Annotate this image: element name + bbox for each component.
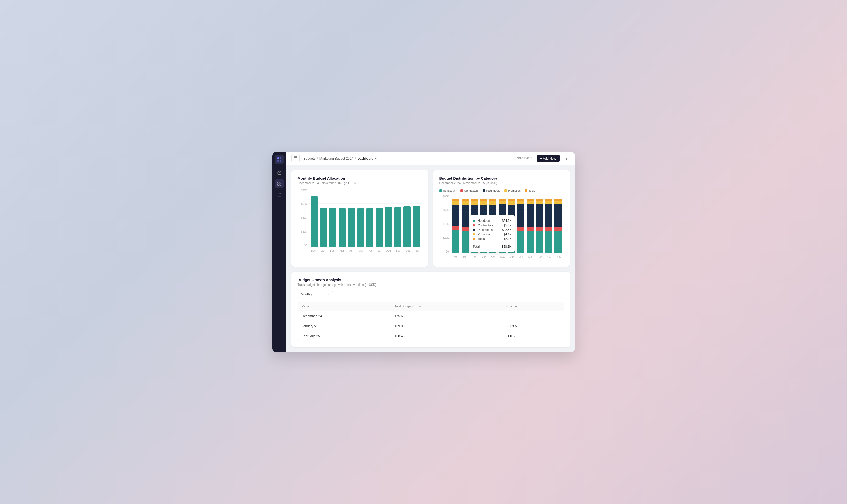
bar[interactable]	[320, 208, 327, 247]
stacked-segment	[462, 201, 469, 205]
cell-period: January '25	[298, 321, 391, 331]
bar[interactable]	[357, 208, 364, 247]
cell-period: February '25	[298, 331, 391, 341]
stacked-segment	[462, 199, 469, 201]
distribution-title: Budget Distribution by Category	[439, 176, 564, 180]
edited-label: Edited Dec 27	[515, 157, 533, 160]
growth-subtitle: Track budget changes and growth rates ov…	[298, 283, 564, 287]
bar[interactable]	[339, 208, 346, 247]
tooltip-headcount-row: Headcount $24.6K	[473, 218, 512, 223]
stacked-bar-group[interactable]	[517, 199, 525, 253]
bar[interactable]	[413, 206, 420, 247]
period-dropdown[interactable]: Monthly	[298, 291, 333, 298]
y-axis-labels: $0 $20K $40K $60K $80K	[298, 189, 308, 247]
x-label: Aug	[528, 255, 532, 258]
tooltip-contractors-dot	[473, 224, 475, 226]
x-label: Apr	[349, 250, 353, 252]
stacked-segment	[536, 227, 543, 231]
svg-rect-3	[280, 160, 281, 162]
breadcrumb-budgets[interactable]: Budgets	[304, 157, 316, 160]
x-label: Mar	[481, 255, 486, 258]
x-label: Nov	[415, 250, 419, 252]
tooltip-contractors-value: $5.0K	[504, 223, 511, 227]
stacked-bar-group[interactable]	[462, 199, 469, 253]
breadcrumb-marketing[interactable]: Marketing Budget 2024	[319, 157, 353, 160]
bar[interactable]	[394, 207, 402, 247]
x-label: Dec	[311, 250, 316, 252]
stacked-bar-group[interactable]	[536, 199, 543, 253]
tooltip-paid-media-dot	[473, 229, 475, 231]
col-change: Change	[502, 302, 563, 311]
breadcrumb-sep-1: /	[317, 157, 318, 160]
svg-point-11	[566, 157, 567, 157]
sidebar-item-file[interactable]	[275, 190, 284, 199]
growth-title: Budget Growth Analysis	[298, 278, 564, 282]
stacked-segment	[536, 199, 543, 201]
breadcrumb-current[interactable]: Dashboard	[357, 157, 377, 160]
y-label-40k: $40K	[298, 216, 308, 219]
stacked-segment	[545, 204, 552, 227]
add-new-button[interactable]: + Add New	[536, 155, 560, 162]
page-content: Monthly Budget Allocation December 2024 …	[286, 165, 575, 352]
stacked-bar-group[interactable]	[452, 199, 459, 253]
bar-group	[394, 207, 402, 247]
svg-rect-5	[280, 182, 281, 183]
bar[interactable]	[348, 208, 355, 247]
stacked-segment	[527, 231, 534, 253]
bar[interactable]	[385, 207, 392, 247]
stacked-bar-group[interactable]	[554, 199, 562, 253]
stacked-bar-group[interactable]	[545, 199, 552, 253]
stacked-segment	[499, 201, 506, 204]
sidebar-item-grid[interactable]	[275, 179, 284, 188]
x-label: Sep	[396, 250, 401, 252]
stacked-segment	[554, 199, 562, 201]
legend-item: Headcount	[439, 189, 456, 192]
tooltip-promotion-row: Promotion $4.1K	[473, 232, 512, 237]
tooltip-total-label: Total	[473, 245, 499, 249]
distribution-card: Budget Distribution by Category December…	[433, 170, 570, 267]
x-label: Nov	[557, 255, 561, 258]
y-label-0: $0	[298, 244, 308, 247]
app-logo[interactable]	[275, 155, 284, 164]
bar[interactable]	[329, 208, 336, 247]
stacked-chart: $0 $20K $40K $60K $80K	[439, 195, 564, 260]
bar-group	[413, 206, 420, 247]
cell-change: -	[502, 311, 563, 321]
stacked-segment	[508, 201, 515, 205]
bar[interactable]	[311, 196, 318, 247]
stacked-segment	[517, 204, 525, 227]
legend-item: Tools	[525, 189, 535, 192]
tooltip-paid-media-label: Paid Media	[478, 228, 499, 232]
bar[interactable]	[366, 208, 373, 247]
legend-label: Paid Media	[487, 189, 500, 192]
stacked-segment	[536, 231, 543, 253]
stacked-segment	[490, 201, 496, 205]
stacked-y-labels: $0 $20K $40K $60K $80K	[439, 195, 451, 253]
legend-label: Promotion	[508, 189, 521, 192]
legend-dot	[483, 189, 485, 192]
x-axis-labels: DecJanFebMarAprMayJunJulAugSepOctNov	[308, 248, 422, 254]
bar[interactable]	[376, 208, 383, 247]
distribution-subtitle: December 2024 - November 2025 (in USD)	[439, 181, 564, 185]
layout-toggle[interactable]	[292, 154, 300, 162]
bar[interactable]	[403, 206, 410, 247]
x-label: Jul	[519, 255, 523, 258]
y-label-60k: $60K	[298, 203, 308, 205]
col-budget: Total Budget (USD)	[391, 302, 502, 311]
stacked-segment	[452, 205, 459, 226]
period-dropdown-label: Monthly	[301, 292, 313, 296]
growth-table: Period Total Budget (USD) Change Decembe…	[298, 302, 564, 341]
stacked-x-labels: DecJanFebMarAprMayJunJulAugSepOctNov	[451, 253, 564, 260]
stacked-segment	[517, 227, 525, 231]
bar-group	[376, 208, 383, 247]
stacked-segment	[517, 201, 525, 204]
x-label: May	[358, 250, 363, 252]
cell-budget: $75.6K	[391, 311, 502, 321]
sidebar-item-home[interactable]	[275, 168, 284, 177]
legend-item: Contractors	[460, 189, 479, 192]
stacked-segment	[554, 227, 562, 231]
stacked-bar-group[interactable]	[527, 199, 534, 253]
stacked-segment	[471, 199, 478, 201]
more-options-button[interactable]	[563, 155, 570, 162]
tooltip-headcount-label: Headcount	[478, 219, 499, 222]
